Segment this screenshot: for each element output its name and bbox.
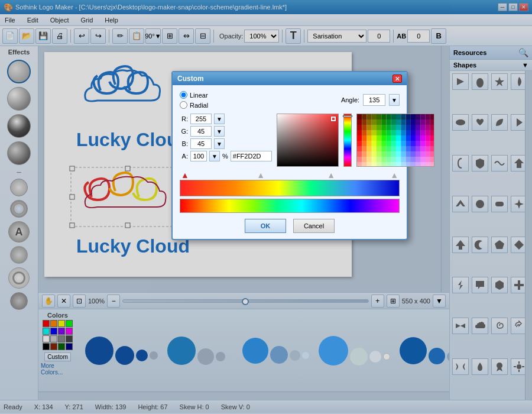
g-row: G: ▼ — [180, 126, 272, 137]
a-spinner[interactable]: ▼ — [209, 151, 220, 161]
angle-row: Angle: ▼ — [341, 94, 400, 106]
alpha-row: A: ▼ % — [180, 151, 272, 161]
hue-strip[interactable] — [343, 114, 352, 167]
angle-label: Angle: — [341, 96, 359, 104]
color-controls-row: R: ▼ G: ▼ B: ▼ A: — [180, 114, 400, 167]
stop-marker-4[interactable]: ▲ — [390, 170, 398, 180]
stop-marker-2[interactable]: ▲ — [257, 170, 265, 180]
r-label: R: — [180, 115, 188, 122]
gradient-stops-row: ▲ ▲ ▲ ▲ — [180, 172, 400, 180]
angle-input[interactable] — [363, 94, 385, 106]
rgb-controls: R: ▼ G: ▼ B: ▼ A: — [180, 114, 272, 167]
gradient-color-bar[interactable] — [180, 180, 400, 196]
dialog-close-button[interactable]: ✕ — [392, 75, 402, 83]
radial-radio[interactable]: Radial — [180, 101, 208, 109]
a-input[interactable] — [190, 151, 207, 161]
linear-radio[interactable]: Linear — [180, 91, 208, 99]
gradient-bar-section: ▲ ▲ ▲ ▲ — [180, 172, 400, 213]
b-input[interactable] — [190, 138, 212, 149]
gradient-rainbow-bar — [180, 199, 400, 213]
color-picker-cursor — [331, 117, 336, 121]
custom-dialog: Custom ✕ Linear Radial Angle: ▼ — [171, 71, 408, 240]
r-row: R: ▼ — [180, 114, 272, 124]
percent-label: % — [222, 153, 228, 160]
cancel-button[interactable]: Cancel — [293, 219, 335, 233]
a-label: A: — [180, 153, 188, 160]
gradient-type-group: Linear Radial — [180, 91, 208, 109]
g-input[interactable] — [190, 126, 212, 137]
dialog-title-bar: Custom ✕ — [173, 72, 407, 85]
dialog-title: Custom — [177, 75, 204, 83]
stop-marker-1[interactable]: ▲ — [181, 170, 189, 180]
r-input[interactable] — [190, 114, 212, 124]
b-label: B: — [180, 140, 188, 147]
dialog-overlay: Custom ✕ Linear Radial Angle: ▼ — [0, 0, 532, 414]
ok-button[interactable]: OK — [245, 219, 286, 233]
b-spinner[interactable]: ▼ — [214, 138, 225, 149]
g-label: G: — [180, 128, 188, 135]
palette-canvas[interactable] — [357, 114, 434, 167]
dialog-body: Linear Radial Angle: ▼ R: — [173, 85, 407, 239]
color-picker-square[interactable] — [277, 114, 339, 167]
hue-cursor — [343, 115, 352, 117]
color-palette-grid[interactable] — [356, 114, 434, 167]
b-row: B: ▼ — [180, 138, 272, 149]
color-picker-dark-overlay — [277, 114, 338, 166]
stop-marker-3[interactable]: ▲ — [327, 170, 335, 180]
r-spinner[interactable]: ▼ — [214, 114, 225, 124]
g-spinner[interactable]: ▼ — [214, 126, 225, 137]
angle-dropdown[interactable]: ▼ — [389, 94, 400, 106]
gradient-type-row: Linear Radial Angle: ▼ — [180, 91, 400, 109]
hex-input[interactable] — [231, 151, 272, 161]
dialog-buttons: OK Cancel — [180, 219, 400, 233]
